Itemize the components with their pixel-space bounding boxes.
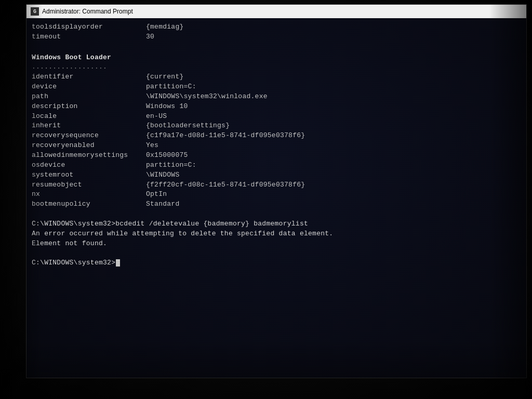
term-val: 30 [146, 33, 154, 41]
term-key: allowedinmemorysettings [32, 151, 146, 161]
term-line: Windows Boot Loader [32, 53, 521, 63]
term-key: timeout [32, 32, 146, 42]
term-key: osdevice [32, 161, 146, 170]
term-key: recoverysequence [32, 131, 146, 141]
term-val: {memdiag} [146, 23, 184, 31]
term-key: bootmenupolicy [32, 200, 146, 209]
term-line [32, 209, 521, 219]
term-line [32, 248, 521, 258]
term-line: recoveryenabledYes [32, 141, 521, 151]
term-line: osdevicepartition=C: [32, 161, 521, 170]
term-val: \WINDOWS\system32\winload.exe [146, 92, 268, 100]
term-line: recoverysequence{c1f9a17e-d08d-11e5-8741… [32, 131, 521, 141]
monitor-frame: G Administrator: Command Prompt toolsdis… [0, 0, 532, 399]
term-line: localeen-US [32, 112, 521, 122]
term-key: identifier [32, 72, 146, 82]
term-line: allowedinmemorysettings0x15000075 [32, 151, 521, 161]
term-val: Windows 10 [146, 102, 188, 110]
term-key: description [32, 102, 146, 112]
term-key: device [32, 82, 146, 92]
term-line: identifier{current} [32, 72, 521, 82]
term-key: inherit [32, 121, 146, 131]
term-val: Yes [146, 141, 158, 149]
term-key: resumeobject [32, 180, 146, 190]
window-title: Administrator: Command Prompt [42, 8, 522, 15]
term-val: \WINDOWS [146, 171, 180, 179]
term-val: partition=C: [146, 161, 196, 169]
term-line: .................. [32, 62, 521, 72]
term-line: path\WINDOWS\system32\winload.exe [32, 92, 521, 102]
term-line: toolsdisplayorder{memdiag} [32, 22, 521, 32]
term-val: 0x15000075 [146, 151, 188, 159]
term-line: devicepartition=C: [32, 82, 521, 92]
term-line: bootmenupolicyStandard [32, 200, 521, 209]
term-val: {f2ff20cf-d08c-11e5-8741-df095e0378f6} [146, 181, 305, 189]
term-key: recoveryenabled [32, 141, 146, 151]
term-val: {bootloadersettings} [146, 122, 230, 129]
term-line: resumeobject{f2ff20cf-d08c-11e5-8741-df0… [32, 180, 521, 190]
term-key: nx [32, 190, 146, 200]
window-icon: G [31, 7, 39, 16]
term-line: C:\WINDOWS\system32>bcdedit /deletevalue… [32, 219, 521, 229]
term-val: {current} [146, 73, 184, 81]
term-line: nxOptIn [32, 190, 521, 200]
term-key: systemroot [32, 170, 146, 180]
term-line: descriptionWindows 10 [32, 102, 521, 112]
terminal-body[interactable]: toolsdisplayorder{memdiag}timeout30 Wind… [26, 18, 526, 378]
term-key: toolsdisplayorder [32, 22, 146, 32]
term-line [32, 42, 521, 52]
term-line: An error occurred while attempting to de… [32, 229, 521, 239]
term-val: Standard [146, 200, 180, 208]
term-key: locale [32, 112, 146, 122]
term-line: C:\WINDOWS\system32> [32, 258, 521, 268]
command-prompt-window: G Administrator: Command Prompt toolsdis… [26, 4, 527, 378]
term-line: systemroot\WINDOWS [32, 170, 521, 180]
cursor [116, 259, 120, 267]
title-bar: G Administrator: Command Prompt [26, 5, 526, 18]
term-val: OptIn [146, 190, 167, 198]
term-line: timeout30 [32, 32, 521, 42]
term-line: Element not found. [32, 239, 521, 249]
term-val: partition=C: [146, 83, 196, 90]
term-key: path [32, 92, 146, 102]
term-val: en-US [146, 112, 167, 120]
term-line: inherit{bootloadersettings} [32, 121, 521, 131]
term-val: {c1f9a17e-d08d-11e5-8741-df095e0378f6} [146, 131, 305, 139]
